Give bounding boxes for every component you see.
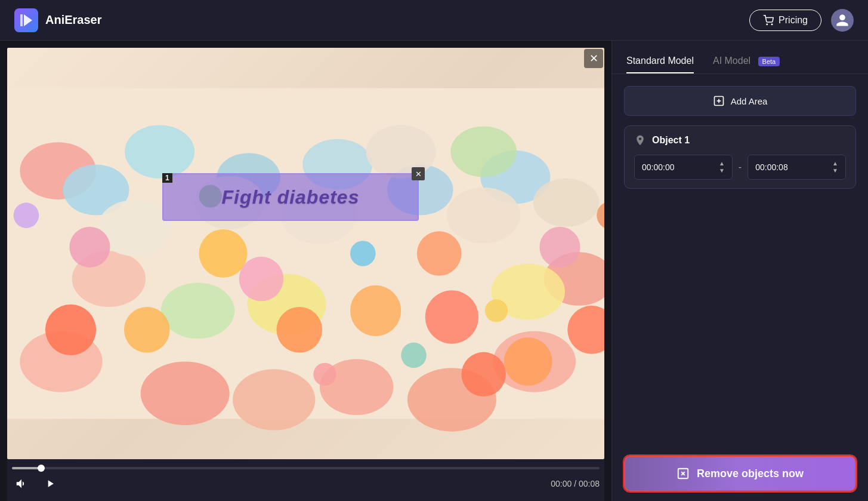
selection-number: 1 — [162, 173, 172, 183]
time-end-up[interactable]: ▲ — [832, 161, 838, 167]
controls-row: 00:00 / 00:08 — [12, 474, 600, 493]
app-title: AniEraser — [45, 13, 102, 27]
video-container: 1 ✕ Fight diabetes — [7, 48, 604, 459]
volume-button[interactable] — [12, 474, 31, 493]
pricing-button[interactable]: Pricing — [749, 10, 821, 31]
header-left: AniEraser — [14, 8, 102, 32]
tab-ai-model[interactable]: AI Model Beta — [713, 56, 780, 73]
time-display: 00:00 / 00:08 — [551, 479, 600, 488]
svg-point-24 — [366, 125, 436, 178]
object-card: Object 1 00:00:00 ▲ ▼ - 00:00:08 ▲ — [624, 125, 856, 189]
svg-point-33 — [461, 352, 506, 397]
svg-point-42 — [239, 257, 284, 302]
svg-point-10 — [233, 369, 315, 430]
header: AniEraser Pricing — [0, 0, 868, 41]
svg-point-16 — [125, 125, 194, 178]
progress-fill — [12, 467, 41, 469]
svg-point-39 — [417, 231, 462, 276]
add-area-label: Add Area — [731, 96, 768, 106]
video-close-button[interactable]: ✕ — [584, 49, 603, 68]
time-end-down[interactable]: ▼ — [832, 168, 838, 174]
svg-point-34 — [350, 285, 401, 336]
svg-point-9 — [141, 362, 230, 425]
svg-point-35 — [277, 307, 323, 353]
beta-badge: Beta — [758, 57, 780, 66]
avatar-icon — [835, 13, 850, 27]
svg-point-26 — [533, 179, 600, 227]
progress-track[interactable] — [12, 467, 600, 469]
tab-standard-model[interactable]: Standard Model — [626, 56, 694, 73]
right-sidebar: Standard Model AI Model Beta Add Area — [611, 41, 868, 501]
remove-icon — [677, 467, 690, 480]
svg-point-31 — [425, 290, 478, 343]
svg-point-37 — [45, 305, 96, 355]
progress-thumb — [38, 465, 45, 472]
time-end-arrows[interactable]: ▲ ▼ — [832, 161, 838, 174]
volume-icon — [15, 477, 28, 490]
video-controls: 00:00 / 00:08 — [7, 459, 604, 501]
time-start-down[interactable]: ▼ — [719, 168, 725, 174]
time-start-up[interactable]: ▲ — [719, 161, 725, 167]
svg-point-36 — [199, 229, 248, 278]
time-end-value: 00:00:08 — [755, 162, 788, 172]
svg-point-40 — [124, 307, 170, 353]
svg-point-49 — [313, 363, 336, 386]
video-panel: ✕ — [0, 41, 611, 501]
svg-point-41 — [69, 227, 110, 268]
add-area-icon — [713, 95, 725, 107]
svg-point-3 — [767, 24, 768, 25]
svg-point-48 — [14, 202, 39, 228]
object-name: Object 1 — [652, 135, 690, 146]
pricing-label: Pricing — [779, 15, 808, 26]
model-tabs: Standard Model AI Model Beta — [612, 41, 868, 74]
add-area-button[interactable]: Add Area — [624, 86, 856, 116]
main-content: ✕ — [0, 41, 868, 501]
header-right: Pricing — [749, 9, 854, 32]
svg-point-46 — [485, 299, 508, 322]
svg-point-28 — [450, 127, 517, 177]
selection-text: Fight diabetes — [222, 186, 360, 208]
svg-point-27 — [161, 282, 235, 339]
candy-artwork — [7, 48, 604, 459]
logo-icon — [14, 8, 38, 32]
video-frame: 1 ✕ Fight diabetes — [7, 48, 604, 459]
svg-point-4 — [771, 24, 773, 25]
sidebar-content: Add Area Object 1 00:00:00 ▲ ▼ — [612, 74, 868, 446]
svg-point-43 — [539, 227, 580, 268]
cart-icon — [763, 15, 774, 26]
object-card-header: Object 1 — [634, 134, 846, 146]
sidebar-bottom: Remove objects now — [612, 446, 868, 501]
play-button[interactable] — [41, 474, 60, 493]
time-range-row: 00:00:00 ▲ ▼ - 00:00:08 ▲ ▼ — [634, 155, 846, 180]
svg-point-50 — [401, 343, 427, 368]
selection-close-button[interactable]: ✕ — [412, 167, 425, 180]
svg-rect-2 — [20, 14, 23, 26]
selection-box[interactable]: 1 ✕ Fight diabetes — [162, 173, 419, 221]
svg-point-32 — [504, 337, 552, 386]
svg-point-45 — [350, 241, 376, 266]
time-end-input[interactable]: 00:00:08 ▲ ▼ — [747, 155, 846, 180]
object-icon — [634, 134, 646, 146]
time-start-value: 00:00:00 — [642, 162, 675, 172]
time-start-input[interactable]: 00:00:00 ▲ ▼ — [634, 155, 733, 180]
time-start-arrows[interactable]: ▲ ▼ — [719, 161, 725, 174]
play-icon — [44, 478, 56, 490]
time-separator: - — [739, 162, 742, 173]
user-avatar[interactable] — [831, 9, 854, 32]
svg-point-25 — [447, 188, 521, 244]
remove-objects-button[interactable]: Remove objects now — [624, 456, 856, 491]
remove-btn-label: Remove objects now — [697, 468, 804, 480]
